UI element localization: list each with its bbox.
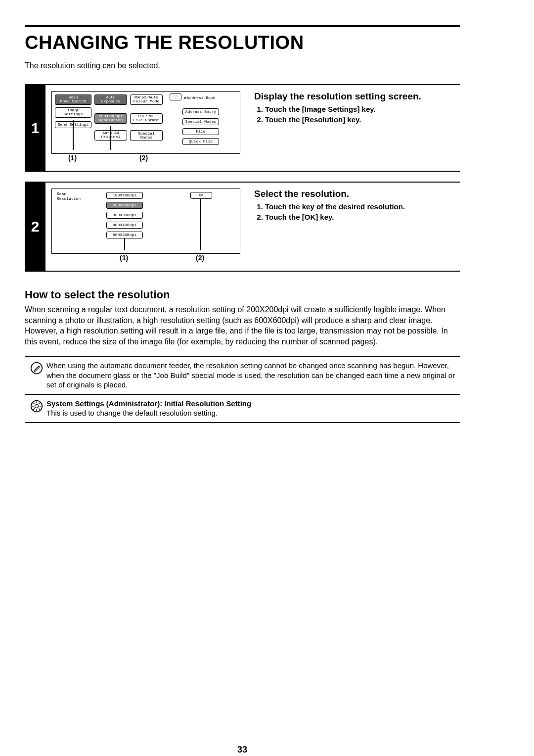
res-400-button[interactable]: 400X400dpi [106, 222, 143, 229]
intro-text: The resolution setting can be selected. [25, 61, 460, 70]
step-2: 2 Scan Resolution 100X100dpi 200X200dpi … [25, 182, 460, 272]
note-1: When using the automatic document feeder… [25, 356, 460, 395]
page-title: CHANGING THE RESOLUTION [25, 32, 460, 53]
res-600-button[interactable]: 600X600dpi [106, 232, 143, 238]
pencil-icon [27, 361, 46, 375]
address-entry-button[interactable]: Address Entry [182, 108, 219, 115]
address-book-label: ▶Address Book [184, 96, 215, 100]
callout-1-2: (2) [139, 154, 148, 162]
step-2-item-2: Touch the [OK] key. [265, 213, 460, 221]
image-settings-button[interactable]: Image Settings [55, 107, 91, 118]
ok-button[interactable]: OK [190, 192, 212, 199]
res-100-button[interactable]: 100X100dpi [106, 192, 143, 199]
step-2-item-1: Touch the key of the desired resolution. [265, 202, 460, 211]
step-1-heading: Display the resolution setting screen. [254, 91, 460, 102]
scan-label: Scan [57, 192, 66, 196]
note-2-title: System Settings (Administrator): Initial… [46, 399, 251, 408]
note-2-text: This is used to change the default resol… [46, 409, 218, 417]
res-300-button[interactable]: 300X300dpi [106, 212, 143, 219]
file-format-button[interactable]: PDF/PDFFile Format [130, 113, 163, 124]
step-2-heading: Select the resolution. [254, 189, 460, 199]
step-2-number: 2 [25, 183, 45, 271]
special-modes-2-button[interactable]: Special Modes [182, 118, 219, 125]
svg-line-10 [39, 403, 40, 404]
step-1-item-1: Touch the [Image Settings] key. [265, 105, 460, 113]
step-1-number: 1 [25, 85, 45, 171]
svg-line-9 [33, 408, 35, 410]
callout-2-2: (2) [196, 254, 204, 262]
top-rule [25, 25, 460, 27]
howto-paragraph: When scanning a regular text document, a… [25, 304, 460, 347]
resolution-label: Resolution [57, 197, 81, 201]
quick-file-button[interactable]: Quick File [182, 138, 219, 145]
res-200-button[interactable]: 200X200dpi [106, 202, 143, 209]
mode-switch-button[interactable]: ScanMode Switch [55, 94, 91, 105]
callout-1-1: (1) [68, 154, 77, 162]
lcd-screen-1: ScanMode Switch Image Settings Send Sett… [51, 91, 240, 154]
step-1: 1 ScanMode Switch Image Settings Send Se… [25, 84, 460, 172]
page-number: 33 [25, 745, 460, 755]
special-modes-button[interactable]: Special Modes [130, 130, 163, 141]
callout-2-1: (1) [120, 254, 128, 262]
resolution-button[interactable]: 200X200dpiResolution [94, 113, 127, 124]
note-2: System Settings (Administrator): Initial… [25, 395, 460, 423]
step-1-item-2: Touch the [Resolution] key. [265, 115, 460, 124]
file-button[interactable]: File [182, 128, 219, 135]
colour-mode-button[interactable]: Mono2/AutoColour Mode [130, 94, 163, 105]
exposure-button[interactable]: AutoExposure [94, 94, 127, 105]
howto-heading: How to select the resolution [25, 288, 460, 301]
svg-point-2 [35, 404, 39, 408]
lcd-screen-2: Scan Resolution 100X100dpi 200X200dpi 30… [51, 189, 240, 254]
gear-icon [27, 399, 46, 413]
svg-line-7 [33, 403, 35, 404]
note-1-text: When using the automatic document feeder… [46, 361, 458, 390]
preview-icon[interactable]: 📄 [170, 94, 181, 100]
svg-line-8 [39, 408, 40, 410]
